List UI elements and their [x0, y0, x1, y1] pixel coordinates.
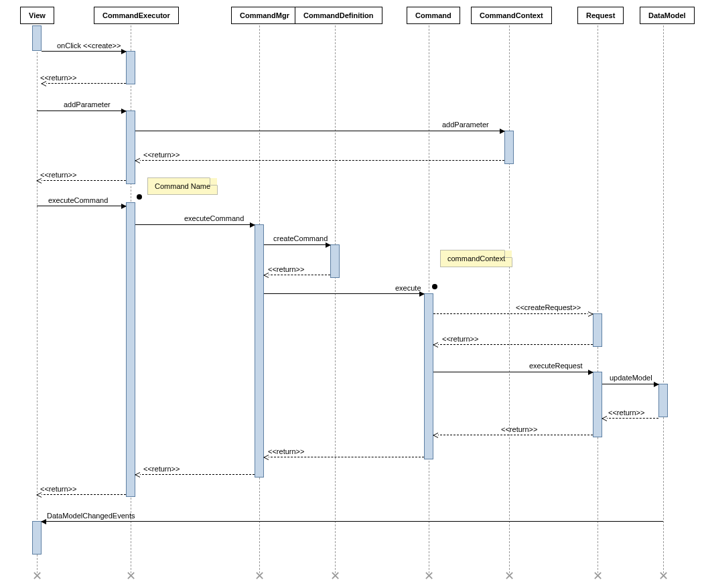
arrow-return-9 [135, 474, 255, 475]
activation-dm-1 [658, 384, 668, 417]
destroy-ctx [502, 569, 516, 583]
lifeline-view [37, 25, 38, 573]
destroy-view [30, 569, 44, 583]
destroy-mgr [253, 569, 266, 583]
activation-cmd-1 [424, 293, 433, 459]
arrow-return-7 [433, 435, 593, 435]
sequence-diagram: View CommandExecutor CommandMgr CommandD… [0, 0, 702, 588]
note-command-name: Command Name [147, 177, 218, 195]
participant-commandmgr: CommandMgr [231, 7, 298, 24]
arrow-execcmd-2 [135, 224, 255, 225]
msg-return-9: <<return>> [143, 465, 180, 473]
participant-commanddefinition: CommandDefinition [295, 7, 382, 24]
participant-command: Command [407, 7, 460, 24]
activation-req-2 [593, 372, 602, 437]
msg-return-5: <<return>> [442, 335, 478, 343]
msg-createreq: <<createRequest>> [516, 303, 581, 311]
msg-updatemodel: updateModel [610, 374, 652, 382]
msg-addparam-1: addParameter [64, 100, 111, 108]
activation-view-1 [32, 25, 42, 51]
msg-execreq: executeRequest [529, 362, 583, 370]
activation-exec-3 [126, 202, 135, 497]
msg-dmchanged: DataModelChangedEvents [47, 512, 135, 520]
destroy-req [591, 569, 604, 583]
lifeline-commandcontext [509, 25, 510, 573]
msg-return-2: <<return>> [143, 151, 180, 159]
msg-createcmd: createCommand [273, 234, 328, 242]
arrow-execcmd-1 [37, 206, 126, 206]
participant-commandexecutor: CommandExecutor [94, 7, 179, 24]
msg-execcmd-2: executeCommand [184, 214, 244, 222]
dot-cmdname [137, 194, 142, 200]
activation-view-2 [32, 521, 42, 555]
dot-cmdctx [432, 284, 437, 289]
destroy-def [328, 569, 342, 583]
arrow-return-4 [264, 275, 330, 275]
lifeline-commanddefinition [335, 25, 336, 573]
msg-onclick: onClick <<create>> [57, 42, 121, 50]
arrow-createreq [433, 313, 593, 314]
activation-exec-2 [126, 111, 135, 184]
arrow-addparam-1 [37, 111, 126, 111]
participant-datamodel: DataModel [640, 7, 695, 24]
activation-def-1 [330, 244, 340, 278]
msg-return-3: <<return>> [40, 171, 76, 179]
destroy-exec [124, 569, 137, 583]
participant-view: View [20, 7, 54, 24]
arrow-dmchanged [42, 521, 663, 522]
arrow-createcmd [264, 244, 330, 245]
arrow-return-8 [264, 457, 424, 457]
msg-execcmd-1: executeCommand [48, 196, 108, 204]
arrow-return-2 [135, 160, 504, 161]
destroy-cmd [422, 569, 435, 583]
arrow-execreq [433, 372, 593, 372]
arrow-return-1 [42, 83, 126, 84]
msg-return-10: <<return>> [40, 485, 76, 493]
arrow-addparam-2 [135, 131, 504, 131]
participant-commandcontext: CommandContext [471, 7, 552, 24]
arrow-return-6 [602, 418, 658, 419]
arrow-onclick [42, 51, 126, 52]
msg-return-6: <<return>> [608, 409, 644, 417]
arrow-updatemodel [602, 384, 658, 384]
arrow-return-10 [37, 494, 126, 495]
activation-exec-1 [126, 51, 135, 84]
msg-addparam-2: addParameter [442, 121, 489, 129]
arrow-return-3 [37, 180, 126, 181]
destroy-dm [656, 569, 670, 583]
participant-request: Request [577, 7, 624, 24]
activation-req-1 [593, 313, 602, 347]
msg-return-8: <<return>> [268, 447, 304, 455]
lifeline-request [598, 25, 598, 573]
activation-mgr-1 [255, 224, 264, 477]
msg-return-7: <<return>> [501, 425, 537, 433]
lifeline-datamodel [663, 25, 664, 573]
msg-return-4: <<return>> [268, 265, 304, 273]
msg-execute: execute [395, 284, 421, 292]
note-command-context: commandContext [440, 250, 512, 267]
arrow-return-5 [433, 344, 593, 345]
activation-ctx-1 [504, 131, 514, 164]
arrow-execute [264, 293, 424, 294]
